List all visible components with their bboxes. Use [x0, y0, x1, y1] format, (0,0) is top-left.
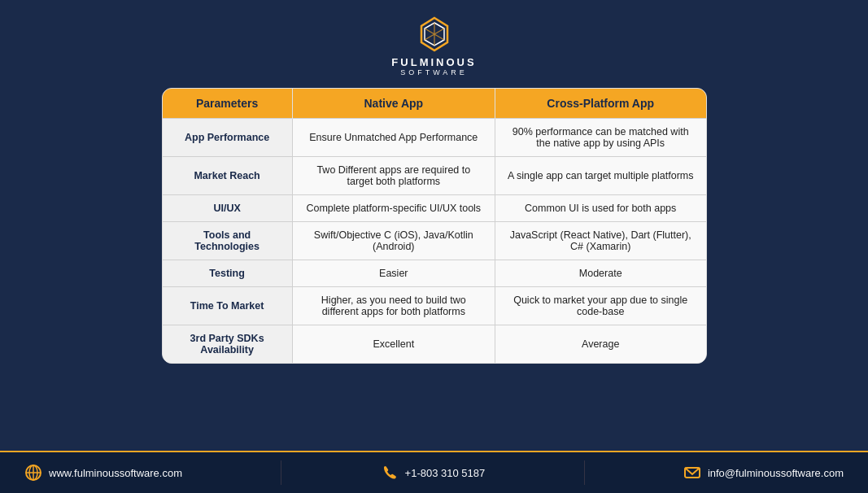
header-native-app: Native App: [292, 89, 495, 119]
footer-phone: +1-803 310 5187: [381, 464, 486, 482]
comparison-table: Parameters Native App Cross-Platform App…: [163, 89, 706, 363]
cell-cross: A single app can target multiple platfor…: [495, 157, 705, 195]
table-row: TestingEasierModerate: [163, 260, 706, 287]
table-row: Tools and TechnologiesSwift/Objective C …: [163, 222, 706, 260]
table-row: Market ReachTwo Different apps are requi…: [163, 157, 706, 195]
table-header-row: Parameters Native App Cross-Platform App: [163, 89, 706, 119]
cell-native: Ensure Unmatched App Performance: [292, 119, 495, 157]
cell-cross: 90% performance can be matched with the …: [495, 119, 705, 157]
cell-native: Excellent: [292, 325, 495, 364]
logo-icon: [415, 15, 454, 54]
header-cross-platform: Cross-Platform App: [495, 89, 705, 119]
cell-cross: JavaScript (React Native), Dart (Flutter…: [495, 222, 705, 260]
cell-parameter: App Performance: [163, 119, 293, 157]
cell-parameter: Market Reach: [163, 157, 293, 195]
cell-cross: Average: [495, 325, 705, 364]
comparison-table-container: Parameters Native App Cross-Platform App…: [162, 88, 707, 364]
logo-area: FULMINOUS SOFTWARE: [391, 15, 476, 76]
globe-icon: [24, 464, 42, 482]
logo-sub: SOFTWARE: [400, 68, 468, 76]
cell-native: Swift/Objective C (iOS), Java/Kotlin (An…: [292, 222, 495, 260]
cell-parameter: Tools and Technologies: [163, 222, 293, 260]
cell-cross: Common UI is used for both apps: [495, 195, 705, 222]
logo-brand: FULMINOUS: [391, 57, 476, 68]
table-row: App PerformanceEnsure Unmatched App Perf…: [163, 119, 706, 157]
cell-parameter: 3rd Party SDKs Availability: [163, 325, 293, 364]
cell-cross: Moderate: [495, 260, 705, 287]
phone-text: +1-803 310 5187: [405, 467, 486, 479]
email-icon: [683, 464, 701, 482]
table-row: Time To MarketHigher, as you need to bui…: [163, 287, 706, 325]
footer: www.fulminoussoftware.com +1-803 310 518…: [0, 451, 868, 493]
main-content: FULMINOUS SOFTWARE Parameters Native App…: [0, 0, 868, 451]
cell-cross: Quick to market your app due to single c…: [495, 287, 705, 325]
email-text: info@fulminoussoftware.com: [708, 467, 844, 479]
website-text: www.fulminoussoftware.com: [49, 467, 182, 479]
cell-parameter: UI/UX: [163, 195, 293, 222]
table-row: 3rd Party SDKs AvailabilityExcellentAver…: [163, 325, 706, 364]
cell-native: Easier: [292, 260, 495, 287]
header-parameters: Parameters: [163, 89, 293, 119]
footer-email: info@fulminoussoftware.com: [683, 464, 844, 482]
phone-icon: [381, 464, 399, 482]
cell-native: Higher, as you need to build two differe…: [292, 287, 495, 325]
table-row: UI/UXComplete platform-specific UI/UX to…: [163, 195, 706, 222]
cell-native: Two Different apps are required to targe…: [292, 157, 495, 195]
footer-website: www.fulminoussoftware.com: [24, 464, 182, 482]
cell-parameter: Time To Market: [163, 287, 293, 325]
cell-native: Complete platform-specific UI/UX tools: [292, 195, 495, 222]
cell-parameter: Testing: [163, 260, 293, 287]
